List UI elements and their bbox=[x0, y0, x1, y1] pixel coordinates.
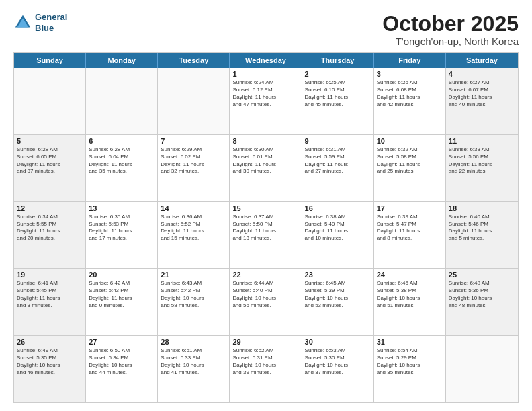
day-number: 3 bbox=[377, 70, 443, 78]
week-row-3: 12Sunrise: 6:34 AM Sunset: 5:55 PM Dayli… bbox=[14, 202, 518, 269]
cell-text: Sunrise: 6:24 AM Sunset: 6:12 PM Dayligh… bbox=[232, 79, 298, 108]
header: General Blue October 2025 T'ongch'on-up,… bbox=[13, 12, 519, 47]
cal-cell: 28Sunrise: 6:51 AM Sunset: 5:33 PM Dayli… bbox=[158, 336, 230, 402]
page: General Blue October 2025 T'ongch'on-up,… bbox=[0, 0, 532, 411]
cal-cell: 14Sunrise: 6:36 AM Sunset: 5:52 PM Dayli… bbox=[158, 202, 230, 269]
cell-text: Sunrise: 6:35 AM Sunset: 5:53 PM Dayligh… bbox=[89, 214, 154, 242]
cell-text: Sunrise: 6:54 AM Sunset: 5:29 PM Dayligh… bbox=[377, 347, 443, 376]
cell-text: Sunrise: 6:34 AM Sunset: 5:55 PM Dayligh… bbox=[17, 214, 83, 242]
cal-cell: 4Sunrise: 6:27 AM Sunset: 6:07 PM Daylig… bbox=[446, 68, 518, 134]
cal-cell: 5Sunrise: 6:28 AM Sunset: 6:05 PM Daylig… bbox=[14, 135, 86, 201]
cell-text: Sunrise: 6:31 AM Sunset: 5:59 PM Dayligh… bbox=[305, 146, 371, 175]
cell-text: Sunrise: 6:30 AM Sunset: 6:01 PM Dayligh… bbox=[232, 146, 298, 175]
cal-cell: 21Sunrise: 6:43 AM Sunset: 5:42 PM Dayli… bbox=[158, 269, 230, 335]
day-number: 19 bbox=[17, 271, 83, 279]
day-number: 25 bbox=[449, 271, 515, 279]
cal-cell bbox=[158, 68, 230, 134]
cell-text: Sunrise: 6:48 AM Sunset: 5:36 PM Dayligh… bbox=[449, 280, 515, 309]
header-cell-friday: Friday bbox=[374, 53, 446, 68]
cell-text: Sunrise: 6:52 AM Sunset: 5:31 PM Dayligh… bbox=[232, 347, 298, 376]
cal-cell bbox=[446, 336, 518, 402]
cell-text: Sunrise: 6:46 AM Sunset: 5:38 PM Dayligh… bbox=[377, 280, 443, 309]
cell-text: Sunrise: 6:29 AM Sunset: 6:02 PM Dayligh… bbox=[161, 146, 226, 175]
cal-cell: 19Sunrise: 6:41 AM Sunset: 5:45 PM Dayli… bbox=[14, 269, 86, 335]
day-number: 14 bbox=[161, 204, 226, 212]
header-cell-monday: Monday bbox=[86, 53, 158, 68]
cal-cell: 10Sunrise: 6:32 AM Sunset: 5:58 PM Dayli… bbox=[374, 135, 446, 201]
day-number: 4 bbox=[449, 70, 515, 78]
cell-text: Sunrise: 6:53 AM Sunset: 5:30 PM Dayligh… bbox=[305, 347, 371, 376]
cell-text: Sunrise: 6:32 AM Sunset: 5:58 PM Dayligh… bbox=[377, 146, 443, 175]
day-number: 1 bbox=[232, 70, 298, 78]
cal-cell: 17Sunrise: 6:39 AM Sunset: 5:47 PM Dayli… bbox=[374, 202, 446, 269]
title-block: October 2025 T'ongch'on-up, North Korea bbox=[382, 12, 519, 47]
cal-cell: 29Sunrise: 6:52 AM Sunset: 5:31 PM Dayli… bbox=[230, 336, 302, 402]
day-number: 6 bbox=[89, 137, 154, 145]
day-number: 30 bbox=[305, 338, 371, 346]
day-number: 15 bbox=[232, 204, 298, 212]
day-number: 12 bbox=[17, 204, 83, 212]
cal-cell: 25Sunrise: 6:48 AM Sunset: 5:36 PM Dayli… bbox=[446, 269, 518, 335]
logo-text: General Blue bbox=[35, 12, 67, 33]
cal-cell: 16Sunrise: 6:38 AM Sunset: 5:49 PM Dayli… bbox=[302, 202, 374, 269]
cal-cell: 1Sunrise: 6:24 AM Sunset: 6:12 PM Daylig… bbox=[230, 68, 302, 134]
day-number: 13 bbox=[89, 204, 154, 212]
cal-cell: 2Sunrise: 6:25 AM Sunset: 6:10 PM Daylig… bbox=[302, 68, 374, 134]
day-number: 7 bbox=[161, 137, 226, 145]
calendar: SundayMondayTuesdayWednesdayThursdayFrid… bbox=[13, 52, 519, 403]
cal-cell: 20Sunrise: 6:42 AM Sunset: 5:43 PM Dayli… bbox=[86, 269, 158, 335]
cell-text: Sunrise: 6:42 AM Sunset: 5:43 PM Dayligh… bbox=[89, 280, 154, 309]
week-row-4: 19Sunrise: 6:41 AM Sunset: 5:45 PM Dayli… bbox=[14, 269, 518, 336]
day-number: 10 bbox=[377, 137, 443, 145]
cell-text: Sunrise: 6:28 AM Sunset: 6:05 PM Dayligh… bbox=[17, 146, 83, 175]
day-number: 16 bbox=[305, 204, 371, 212]
logo-icon bbox=[13, 13, 32, 32]
day-number: 9 bbox=[305, 137, 371, 145]
day-number: 18 bbox=[449, 204, 515, 212]
day-number: 8 bbox=[232, 137, 298, 145]
week-row-2: 5Sunrise: 6:28 AM Sunset: 6:05 PM Daylig… bbox=[14, 135, 518, 202]
day-number: 20 bbox=[89, 271, 154, 279]
week-row-5: 26Sunrise: 6:49 AM Sunset: 5:35 PM Dayli… bbox=[14, 336, 518, 402]
cell-text: Sunrise: 6:40 AM Sunset: 5:46 PM Dayligh… bbox=[449, 214, 515, 242]
day-number: 5 bbox=[17, 137, 83, 145]
calendar-header: SundayMondayTuesdayWednesdayThursdayFrid… bbox=[14, 53, 518, 68]
day-number: 24 bbox=[377, 271, 443, 279]
cal-cell: 11Sunrise: 6:33 AM Sunset: 5:56 PM Dayli… bbox=[446, 135, 518, 201]
day-number: 2 bbox=[305, 70, 371, 78]
cell-text: Sunrise: 6:37 AM Sunset: 5:50 PM Dayligh… bbox=[232, 214, 298, 242]
day-number: 22 bbox=[232, 271, 298, 279]
day-number: 11 bbox=[449, 137, 515, 145]
cal-cell: 7Sunrise: 6:29 AM Sunset: 6:02 PM Daylig… bbox=[158, 135, 230, 201]
logo-line1: General bbox=[35, 12, 67, 22]
header-cell-thursday: Thursday bbox=[302, 53, 374, 68]
cell-text: Sunrise: 6:51 AM Sunset: 5:33 PM Dayligh… bbox=[161, 347, 226, 376]
day-number: 21 bbox=[161, 271, 226, 279]
cell-text: Sunrise: 6:50 AM Sunset: 5:34 PM Dayligh… bbox=[89, 347, 154, 376]
cal-cell: 23Sunrise: 6:45 AM Sunset: 5:39 PM Dayli… bbox=[302, 269, 374, 335]
day-number: 28 bbox=[161, 338, 226, 346]
day-number: 31 bbox=[377, 338, 443, 346]
cal-cell: 15Sunrise: 6:37 AM Sunset: 5:50 PM Dayli… bbox=[230, 202, 302, 269]
header-cell-wednesday: Wednesday bbox=[230, 53, 302, 68]
cal-cell: 31Sunrise: 6:54 AM Sunset: 5:29 PM Dayli… bbox=[374, 336, 446, 402]
cell-text: Sunrise: 6:39 AM Sunset: 5:47 PM Dayligh… bbox=[377, 214, 443, 242]
cal-cell: 18Sunrise: 6:40 AM Sunset: 5:46 PM Dayli… bbox=[446, 202, 518, 269]
cell-text: Sunrise: 6:45 AM Sunset: 5:39 PM Dayligh… bbox=[305, 280, 371, 309]
cell-text: Sunrise: 6:28 AM Sunset: 6:04 PM Dayligh… bbox=[89, 146, 154, 175]
week-row-1: 1Sunrise: 6:24 AM Sunset: 6:12 PM Daylig… bbox=[14, 68, 518, 135]
header-cell-sunday: Sunday bbox=[14, 53, 86, 68]
location: T'ongch'on-up, North Korea bbox=[382, 36, 519, 47]
cell-text: Sunrise: 6:43 AM Sunset: 5:42 PM Dayligh… bbox=[161, 280, 226, 309]
cal-cell: 24Sunrise: 6:46 AM Sunset: 5:38 PM Dayli… bbox=[374, 269, 446, 335]
cell-text: Sunrise: 6:44 AM Sunset: 5:40 PM Dayligh… bbox=[232, 280, 298, 309]
calendar-body: 1Sunrise: 6:24 AM Sunset: 6:12 PM Daylig… bbox=[14, 68, 518, 402]
cell-text: Sunrise: 6:49 AM Sunset: 5:35 PM Dayligh… bbox=[17, 347, 83, 376]
cell-text: Sunrise: 6:36 AM Sunset: 5:52 PM Dayligh… bbox=[161, 214, 226, 242]
day-number: 23 bbox=[305, 271, 371, 279]
cal-cell: 26Sunrise: 6:49 AM Sunset: 5:35 PM Dayli… bbox=[14, 336, 86, 402]
cal-cell: 27Sunrise: 6:50 AM Sunset: 5:34 PM Dayli… bbox=[86, 336, 158, 402]
day-number: 29 bbox=[232, 338, 298, 346]
cal-cell: 6Sunrise: 6:28 AM Sunset: 6:04 PM Daylig… bbox=[86, 135, 158, 201]
day-number: 26 bbox=[17, 338, 83, 346]
